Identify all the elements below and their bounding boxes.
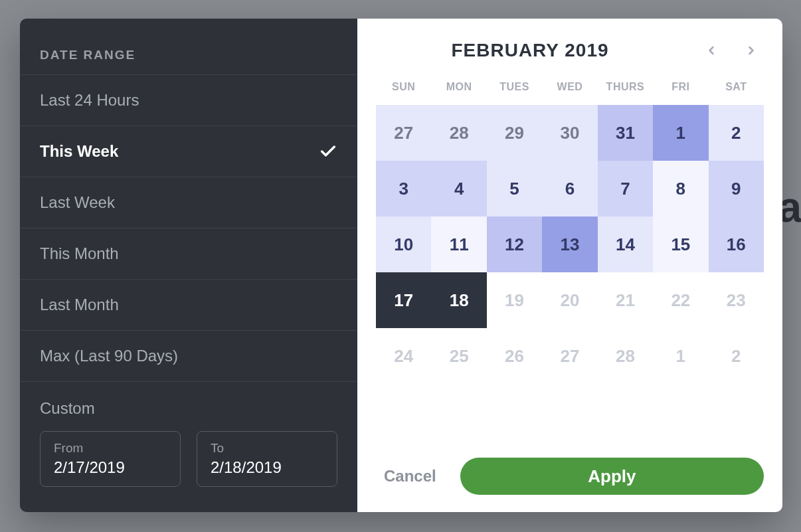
calendar-day: 19: [487, 272, 542, 328]
preset-label: Last Month: [40, 296, 119, 314]
dow-header: TUES: [487, 81, 542, 105]
date-range-picker: DATE RANGE Last 24 Hours This Week Last …: [20, 19, 782, 512]
check-icon: [319, 142, 337, 161]
preset-max-90-days[interactable]: Max (Last 90 Days): [20, 330, 357, 381]
calendar-day: 2: [709, 328, 764, 384]
calendar-day: 23: [709, 272, 764, 328]
preset-label: This Week: [40, 142, 118, 161]
calendar-day: 26: [487, 328, 542, 384]
calendar-day[interactable]: 2: [709, 105, 764, 161]
apply-button[interactable]: Apply: [460, 458, 764, 495]
calendar-day[interactable]: 16: [709, 217, 764, 272]
calendar-day: 27: [542, 328, 597, 384]
panel-title: DATE RANGE: [20, 31, 357, 74]
to-date-input[interactable]: [211, 458, 323, 477]
calendar-day[interactable]: 5: [487, 161, 542, 217]
preset-list: Last 24 Hours This Week Last Week This M…: [20, 74, 357, 381]
chevron-left-icon: [705, 44, 718, 57]
dow-header: FRI: [653, 81, 708, 105]
action-row: Cancel Apply: [376, 439, 764, 495]
preset-label: Max (Last 90 Days): [40, 347, 178, 365]
from-label: From: [54, 441, 167, 456]
custom-label: Custom: [20, 381, 357, 418]
calendar-panel: FEBRUARY 2019 SUNMONTUESWEDTHURSFRISAT27…: [357, 19, 782, 512]
calendar-day[interactable]: 18: [431, 272, 486, 328]
preset-label: This Month: [40, 244, 119, 263]
dow-header: WED: [542, 81, 597, 105]
calendar-day[interactable]: 11: [431, 217, 486, 272]
calendar-day[interactable]: 14: [598, 217, 653, 272]
calendar-day[interactable]: 27: [376, 105, 431, 161]
calendar-day[interactable]: 9: [709, 161, 764, 217]
calendar-day: 28: [598, 328, 653, 384]
calendar-day[interactable]: 29: [487, 105, 542, 161]
calendar-grid: SUNMONTUESWEDTHURSFRISAT2728293031123456…: [376, 81, 764, 384]
calendar-day[interactable]: 1: [653, 105, 708, 161]
calendar-day[interactable]: 12: [487, 217, 542, 272]
custom-inputs: From To: [20, 418, 357, 504]
cancel-button[interactable]: Cancel: [376, 460, 444, 492]
calendar-day[interactable]: 10: [376, 217, 431, 272]
dow-header: MON: [431, 81, 486, 105]
calendar-day[interactable]: 6: [542, 161, 597, 217]
calendar-day[interactable]: 31: [598, 105, 653, 161]
calendar-day: 22: [653, 272, 708, 328]
preset-last-week[interactable]: Last Week: [20, 177, 357, 228]
calendar-title: FEBRUARY 2019: [451, 40, 608, 61]
prev-month-button[interactable]: [701, 41, 721, 60]
dow-header: SUN: [376, 81, 431, 105]
calendar-day: 20: [542, 272, 597, 328]
from-date-field[interactable]: From: [40, 431, 181, 487]
calendar-day[interactable]: 30: [542, 105, 597, 161]
calendar-header: FEBRUARY 2019: [376, 35, 764, 81]
calendar-day[interactable]: 15: [653, 217, 708, 272]
preset-last-month[interactable]: Last Month: [20, 279, 357, 330]
preset-last-24-hours[interactable]: Last 24 Hours: [20, 74, 357, 126]
calendar-day: 21: [598, 272, 653, 328]
calendar-day[interactable]: 17: [376, 272, 431, 328]
calendar-day[interactable]: 28: [431, 105, 486, 161]
calendar-day[interactable]: 13: [542, 217, 597, 272]
calendar-day: 1: [653, 328, 708, 384]
from-date-input[interactable]: [54, 458, 167, 477]
preset-this-month[interactable]: This Month: [20, 228, 357, 279]
preset-label: Last 24 Hours: [40, 91, 139, 110]
dow-header: SAT: [709, 81, 764, 105]
preset-label: Last Week: [40, 193, 115, 212]
calendar-day[interactable]: 7: [598, 161, 653, 217]
calendar-day[interactable]: 3: [376, 161, 431, 217]
calendar-day: 24: [376, 328, 431, 384]
to-date-field[interactable]: To: [197, 431, 337, 487]
calendar-day[interactable]: 4: [431, 161, 486, 217]
calendar-day[interactable]: 8: [653, 161, 708, 217]
preset-this-week[interactable]: This Week: [20, 126, 357, 177]
dow-header: THURS: [598, 81, 653, 105]
preset-panel: DATE RANGE Last 24 Hours This Week Last …: [20, 19, 357, 512]
chevron-right-icon: [745, 44, 758, 57]
next-month-button[interactable]: [741, 41, 761, 60]
to-label: To: [211, 441, 323, 456]
calendar-day: 25: [431, 328, 486, 384]
